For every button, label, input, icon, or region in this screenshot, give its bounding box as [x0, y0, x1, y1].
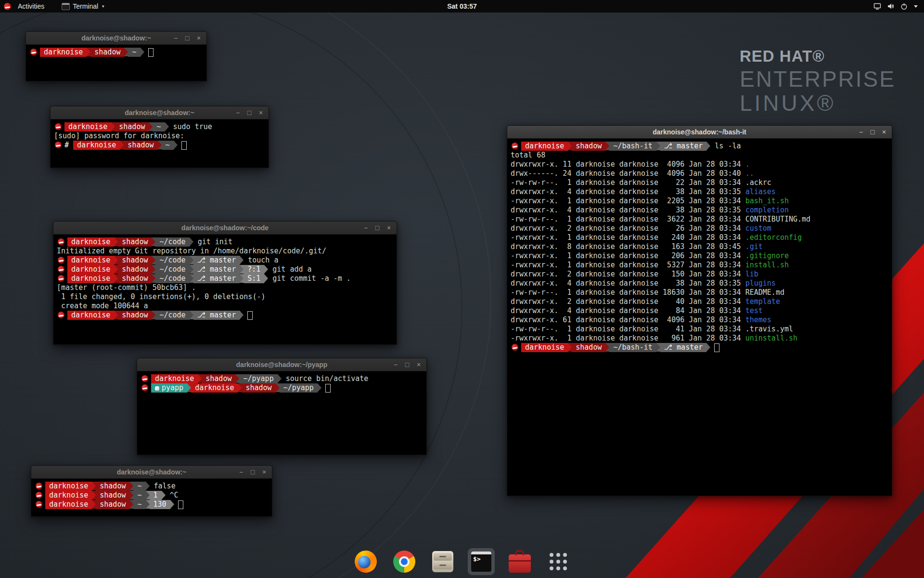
- terminal-line: drwxrwxr-x. 2 darknoise darknoise 150 Ja…: [511, 270, 888, 279]
- prompt-segment: ?:1: [244, 265, 264, 274]
- dock-item-firefox[interactable]: [352, 548, 379, 575]
- terminal-body[interactable]: darknoiseshadow~ falsedarknoiseshadow~1 …: [31, 479, 272, 516]
- output-text: completion: [745, 206, 789, 214]
- terminal-line: drwxrwxr-x. 11 darknoise darknoise 4096 …: [511, 160, 888, 169]
- dock-item-chrome[interactable]: [391, 548, 418, 575]
- terminal-window-home[interactable]: darknoise@shadow:~ − □ × darknoiseshadow…: [26, 31, 207, 81]
- minimize-button[interactable]: −: [361, 222, 371, 234]
- terminal-line: darknoiseshadow~/bash-it⎇ master: [511, 343, 888, 352]
- dock-item-app-grid[interactable]: [545, 548, 572, 575]
- app-menu-terminal[interactable]: Terminal ▼: [58, 0, 109, 13]
- prompt-segment: 1: [150, 491, 162, 500]
- powerline-arrow: [111, 122, 115, 131]
- titlebar[interactable]: darknoise@shadow:~/code − □ ×: [53, 222, 397, 235]
- output-text: plugins: [745, 279, 776, 288]
- terminal-line: -rw-rw-r--. 1 darknoise darknoise 22 Jan…: [511, 178, 888, 187]
- minimize-button[interactable]: −: [171, 32, 180, 44]
- powerline-arrow: [114, 311, 118, 319]
- terminal-line: drwxrwxr-x. 4 darknoise darknoise 38 Jan…: [511, 279, 888, 288]
- terminal-body[interactable]: darknoiseshadow~/pyapp source bin/activa…: [137, 371, 426, 455]
- powerline-arrow: [114, 256, 118, 264]
- clock[interactable]: Sat 03:57: [447, 2, 476, 10]
- prompt-segment: ~/code: [155, 256, 189, 265]
- dock-item-terminal[interactable]: $>: [468, 548, 495, 575]
- maximize-button[interactable]: □: [244, 106, 254, 119]
- minimize-button[interactable]: −: [236, 466, 246, 478]
- close-button[interactable]: ×: [194, 32, 204, 44]
- terminal-window-exit[interactable]: darknoise@shadow:~ − □ × darknoiseshadow…: [31, 465, 272, 517]
- prompt-segment: darknoise: [64, 122, 111, 131]
- maximize-button[interactable]: □: [182, 32, 192, 44]
- powerline-arrow: [190, 274, 193, 283]
- terminal-window-sudo[interactable]: darknoise@shadow:~ − □ × darknoiseshadow…: [50, 106, 269, 168]
- terminal-body[interactable]: darknoiseshadow~/code git initInitialize…: [53, 235, 397, 344]
- prompt-segment: ~: [133, 500, 145, 509]
- output-text: ..: [745, 169, 754, 178]
- output-text: -rwxrwxr-x. 1 darknoise darknoise 240 Ja…: [511, 233, 745, 242]
- close-button[interactable]: ×: [414, 358, 424, 371]
- prompt-segment: ⎇ master: [193, 311, 240, 320]
- prompt-segment: darknoise: [67, 237, 114, 247]
- output-text: uninstall.sh: [745, 334, 797, 342]
- powerline-arrow: [92, 500, 96, 509]
- close-button[interactable]: ×: [256, 106, 266, 119]
- terminal-body[interactable]: darknoiseshadow~/bash-it⎇ master ls -lat…: [507, 139, 892, 496]
- window-title: darknoise@shadow:~: [31, 466, 272, 478]
- prompt-segment: darknoise: [45, 500, 92, 509]
- terminal-window-bash-it[interactable]: darknoise@shadow:~/bash-it − □ × darknoi…: [507, 125, 892, 496]
- output-text: -rw-rw-r--. 1 darknoise darknoise 18630 …: [511, 288, 745, 297]
- system-status-area[interactable]: [873, 0, 924, 13]
- minimize-button[interactable]: −: [233, 106, 243, 119]
- powerline-arrow: [240, 265, 244, 274]
- maximize-button[interactable]: □: [868, 126, 877, 138]
- prompt-segment: darknoise: [151, 374, 198, 383]
- maximize-button[interactable]: □: [372, 222, 382, 234]
- output-text: -rwxrwxr-x. 1 darknoise darknoise 2205 J…: [511, 197, 745, 205]
- maximize-button[interactable]: □: [402, 358, 412, 371]
- terminal-line: -rw-rw-r--. 1 darknoise darknoise 3622 J…: [511, 215, 888, 224]
- prompt-segment: ~/code: [155, 237, 189, 247]
- terminal-body[interactable]: darknoiseshadow~: [26, 45, 206, 81]
- prompt-segment: darknoise: [67, 274, 114, 283]
- powerline-arrow: [152, 274, 155, 283]
- dock-item-toolbox[interactable]: [506, 548, 533, 575]
- prompt-segment: shadow: [202, 374, 235, 383]
- terminal-window-code[interactable]: darknoise@shadow:~/code − □ × darknoises…: [53, 221, 397, 345]
- output-text: aliases: [745, 187, 776, 196]
- output-text: .: [745, 160, 750, 169]
- prompt-segment: darknoise: [45, 482, 92, 491]
- terminal-line: [master (root-commit) 50bcb63] .: [57, 283, 393, 292]
- terminal-line: darknoiseshadow~/code⎇ master?:1 git add…: [57, 265, 393, 274]
- close-button[interactable]: ×: [259, 466, 269, 478]
- titlebar[interactable]: darknoise@shadow:~/bash-it − □ ×: [507, 126, 892, 139]
- minimize-button[interactable]: −: [391, 358, 400, 371]
- redhat-icon: [58, 275, 64, 282]
- prompt-segment: darknoise: [521, 343, 568, 352]
- dock-item-files[interactable]: [429, 548, 456, 575]
- redhat-icon: [36, 492, 42, 499]
- titlebar[interactable]: darknoise@shadow:~ − □ ×: [26, 32, 206, 45]
- terminal-icon: $>: [471, 551, 492, 572]
- prompt-segment: ~/code: [155, 265, 189, 274]
- chevron-down-icon: [913, 4, 918, 8]
- powerline-arrow: [238, 383, 242, 392]
- titlebar[interactable]: darknoise@shadow:~/pyapp − □ ×: [137, 358, 426, 371]
- terminal-window-pyapp[interactable]: darknoise@shadow:~/pyapp − □ × darknoise…: [137, 358, 427, 455]
- terminal-body[interactable]: darknoiseshadow~ sudo true[sudo] passwor…: [51, 119, 269, 168]
- minimize-button[interactable]: −: [856, 126, 866, 138]
- titlebar[interactable]: darknoise@shadow:~ − □ ×: [51, 106, 269, 119]
- prompt-segment: ⎇ master: [193, 274, 240, 283]
- titlebar[interactable]: darknoise@shadow:~ − □ ×: [31, 466, 272, 479]
- powerline-arrow: [87, 48, 90, 56]
- dock: $>: [0, 548, 924, 575]
- powerline-arrow: [146, 482, 150, 490]
- powerline-arrow: [190, 256, 193, 264]
- close-button[interactable]: ×: [384, 222, 394, 234]
- maximize-button[interactable]: □: [248, 466, 257, 478]
- brand-enterprise: ENTERPRISE: [740, 68, 896, 90]
- activities-button[interactable]: Activities: [15, 0, 47, 13]
- terminal-line: darknoiseshadow~1 ^C: [35, 491, 269, 500]
- close-button[interactable]: ×: [879, 126, 889, 138]
- terminal-line: darknoiseshadow~: [29, 48, 203, 57]
- powerline-arrow: [114, 237, 118, 246]
